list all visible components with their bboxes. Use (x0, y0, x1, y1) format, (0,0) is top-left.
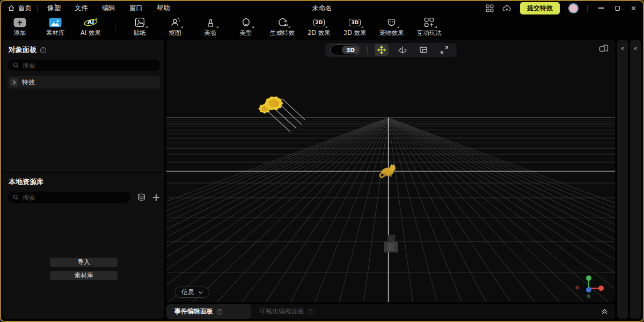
image-library-icon (49, 17, 62, 28)
rotate-tool-button[interactable] (396, 44, 409, 56)
tab-visual-programming[interactable]: 可视化编程面板 ? (251, 304, 322, 319)
resource-panel-title: 本地资源库 (9, 177, 43, 187)
apps-grid-icon[interactable] (486, 4, 494, 12)
scene-canvas[interactable] (166, 40, 615, 302)
toolbar-label: 2D 效果 (308, 29, 331, 37)
toolbar-label: 添加 (14, 29, 26, 37)
expand-panel-button[interactable] (594, 309, 615, 314)
help-icon[interactable]: ? (216, 309, 223, 315)
import-button[interactable]: 导入 (50, 258, 118, 267)
ai-ring-icon: AI (83, 17, 98, 28)
titlebar-right: 提交特效 ✕ (486, 2, 636, 14)
toolbar-item-3d-effects[interactable]: 3D 3D 效果 (343, 17, 367, 37)
expand-icon[interactable] (10, 78, 18, 86)
scale-tool-button[interactable] (416, 44, 430, 56)
home-label: 首页 (18, 4, 32, 13)
viewport-3d[interactable]: 3D (166, 40, 615, 302)
toolbar-item-add[interactable]: 添加 (9, 17, 31, 37)
stack-icon[interactable] (137, 193, 146, 201)
tree-item-label: 特效 (22, 78, 35, 87)
titlebar: 首页 像塑 文件 编辑 窗口 帮助 未命名 提交特效 ✕ (1, 1, 643, 15)
toolbar-item-interactive[interactable]: 互动玩法 (417, 17, 442, 37)
toolbar-item-sticker[interactable]: 贴纸 (128, 17, 151, 37)
toolbar-item-generate-effects[interactable]: AI 生成特效 (270, 17, 295, 37)
toolbar-label: 美型 (240, 29, 252, 37)
toolbar-label: 贴纸 (134, 29, 146, 37)
tab-event-editor[interactable]: 事件编辑面板 ? (166, 304, 251, 319)
ai-generate-icon: AI (277, 17, 288, 28)
window-controls: ✕ (598, 5, 636, 12)
plus-square-icon (13, 17, 26, 28)
toolbar-item-makeup[interactable]: 美妆 (199, 17, 222, 37)
toolbar-item-face-shape[interactable]: 美型 (235, 17, 257, 37)
toolbar-label: 3D 效果 (343, 29, 367, 37)
collapsed-panel-preview[interactable]: « (630, 40, 641, 319)
tab-label: 事件编辑面板 (174, 307, 213, 316)
svg-text:?: ? (310, 310, 312, 314)
menu-help[interactable]: 帮助 (157, 4, 170, 13)
info-dropdown[interactable]: 信息 (175, 287, 209, 298)
tree-item-effect[interactable]: 特效 (8, 76, 160, 89)
divider (587, 5, 588, 12)
toolbar-label: 抠图 (169, 29, 181, 37)
menu-app[interactable]: 像塑 (47, 4, 61, 13)
svg-text:?: ? (218, 310, 221, 314)
blocks-plus-icon (424, 17, 434, 28)
close-button[interactable]: ✕ (631, 5, 636, 12)
toolbar-item-2d-effects[interactable]: 2D 2D 效果 (308, 17, 331, 37)
toolbar-label: 生成特效 (270, 29, 295, 37)
toolbar-label: 互动玩法 (417, 29, 442, 37)
menu-edit[interactable]: 编辑 (102, 4, 115, 13)
collapsed-panel-inspector[interactable]: « (617, 40, 628, 319)
toolbar-divider (115, 22, 115, 32)
cloud-upload-icon[interactable] (502, 4, 511, 12)
titlebar-left: 首页 像塑 文件 编辑 窗口 帮助 (8, 4, 170, 13)
submenu-arrow (216, 26, 218, 28)
toolbar-label: 宠物效果 (379, 29, 404, 37)
mode-toggle-knob: 3D (342, 46, 359, 54)
menu-file[interactable]: 文件 (75, 4, 88, 13)
object-search[interactable] (8, 60, 160, 71)
sticker-icon (135, 17, 145, 28)
person-cutout-icon (170, 17, 180, 28)
user-avatar[interactable] (568, 3, 579, 13)
3d-badge-icon: 3D (349, 17, 361, 28)
chevron-left-double-icon: « (620, 45, 624, 52)
fullscreen-tool-button[interactable] (437, 44, 451, 56)
toolbar-item-cutout[interactable]: 抠图 (164, 17, 186, 37)
switch-view-icon[interactable] (599, 44, 609, 53)
toolbar-item-pet-effects[interactable]: 宠物效果 (379, 17, 404, 37)
toolbar-item-ai-effects[interactable]: AI AI 效果 (79, 17, 102, 37)
submenu-arrow (361, 26, 363, 28)
submenu-arrow (435, 26, 437, 28)
minimize-button[interactable] (598, 8, 604, 9)
rotate-icon (398, 46, 407, 54)
submit-effect-button[interactable]: 提交特效 (520, 2, 560, 14)
toolbar-label: 素材库 (46, 29, 65, 37)
mode-toggle-3d[interactable]: 3D (330, 45, 360, 55)
toolbar-item-library[interactable]: 素材库 (44, 17, 67, 37)
chevron-left-double-icon: « (633, 45, 637, 52)
submenu-arrow (325, 26, 327, 28)
viewport-toolbar: 3D (325, 43, 457, 57)
main-area: 对象面板 ? 特效 本地资源库 (1, 39, 643, 321)
lipstick-icon (206, 17, 216, 28)
maximize-button[interactable] (615, 6, 620, 11)
main-toolbar: 添加 素材库 AI AI 效果 贴纸 (1, 15, 643, 39)
help-icon[interactable]: ? (40, 47, 47, 54)
toolbar-label: AI 效果 (80, 29, 101, 37)
home-button[interactable]: 首页 (8, 4, 32, 13)
divider (367, 46, 368, 54)
app-window: 首页 像塑 文件 编辑 窗口 帮助 未命名 提交特效 ✕ (0, 0, 644, 322)
left-panel: 对象面板 ? 特效 本地资源库 (3, 40, 164, 319)
submenu-arrow (145, 26, 148, 28)
chevron-down-icon (198, 291, 203, 294)
resource-search[interactable] (8, 192, 130, 203)
library-button[interactable]: 素材库 (50, 271, 118, 280)
move-tool-button[interactable] (375, 44, 389, 56)
resource-search-input[interactable] (23, 194, 126, 201)
menu-window[interactable]: 窗口 (129, 4, 143, 13)
object-search-input[interactable] (23, 62, 155, 69)
add-resource-icon[interactable] (152, 194, 160, 201)
face-shape-icon (241, 17, 251, 28)
